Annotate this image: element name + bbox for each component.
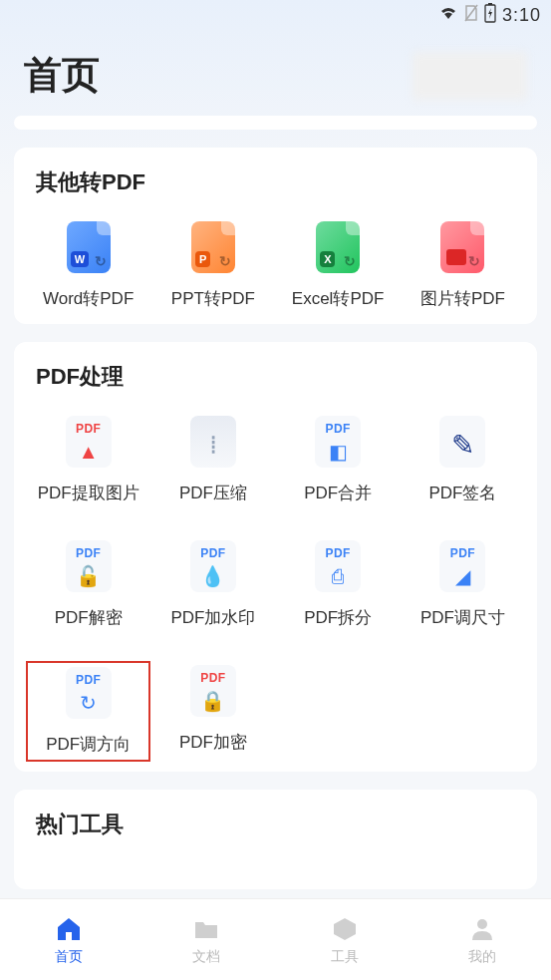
wifi-icon: [438, 5, 458, 26]
tool-label: PDF拆分: [304, 606, 372, 629]
svg-line-0: [465, 5, 477, 21]
tool-label: PDF调方向: [46, 733, 131, 756]
ppt-file-icon: P↻: [187, 221, 239, 273]
tool-label: Word转PDF: [43, 287, 134, 310]
tool-pdf-sign[interactable]: ✎ PDF签名: [401, 412, 525, 508]
tool-label: PDF解密: [55, 606, 123, 629]
tool-pdf-watermark[interactable]: PDF💧 PDF加水印: [150, 536, 275, 633]
nav-mine[interactable]: 我的: [413, 899, 551, 980]
tool-pdf-decrypt[interactable]: PDF🔓 PDF解密: [26, 536, 150, 633]
tool-pdf-resize[interactable]: PDF◢ PDF调尺寸: [401, 536, 525, 633]
folder-icon: [191, 914, 221, 944]
no-sim-icon: [464, 4, 478, 26]
pdf-resize-icon: PDF◢: [439, 540, 485, 592]
person-icon: [467, 914, 497, 944]
tool-pdf-extract-image[interactable]: PDF▲ PDF提取图片: [26, 412, 150, 508]
tool-label: PDF加密: [179, 731, 247, 754]
pdf-rotate-icon: PDF↻: [66, 667, 112, 719]
box-icon: [330, 914, 360, 944]
tool-label: PPT转PDF: [171, 287, 255, 310]
nav-label: 文档: [192, 948, 220, 966]
tool-pdf-encrypt[interactable]: PDF🔒 PDF加密: [150, 661, 275, 762]
tool-label: PDF签名: [428, 482, 496, 504]
pdf-decrypt-icon: PDF🔓: [66, 540, 112, 592]
image-file-icon: ↻: [436, 221, 488, 273]
nav-home[interactable]: 首页: [0, 899, 138, 980]
home-icon: [54, 914, 84, 944]
status-time: 3:10: [502, 5, 541, 26]
tool-label: PDF调尺寸: [420, 606, 505, 629]
tool-pdf-split[interactable]: PDF⎙ PDF拆分: [276, 536, 401, 633]
pdf-encrypt-icon: PDF🔒: [190, 665, 236, 717]
nav-label: 我的: [468, 948, 496, 966]
section-title: PDF处理: [26, 362, 525, 392]
pdf-sign-icon: ✎: [439, 416, 485, 468]
header-banner[interactable]: [413, 52, 527, 100]
nav-documents[interactable]: 文档: [138, 899, 275, 980]
tool-label: 图片转PDF: [420, 287, 505, 310]
section-convert-to-pdf: 其他转PDF W↻ Word转PDF P↻ PPT转PDF X↻ Excel转P…: [14, 148, 537, 324]
pdf-split-icon: PDF⎙: [315, 540, 361, 592]
section-title: 其他转PDF: [26, 167, 525, 197]
tool-excel-to-pdf[interactable]: X↻ Excel转PDF: [276, 217, 401, 314]
tool-pdf-rotate[interactable]: PDF↻ PDF调方向: [26, 661, 150, 762]
section-hot-tools: 热门工具: [14, 790, 537, 889]
tool-word-to-pdf[interactable]: W↻ Word转PDF: [26, 217, 150, 314]
excel-file-icon: X↻: [312, 221, 364, 273]
bottom-nav: 首页 文档 工具 我的: [0, 898, 551, 980]
tool-label: PDF提取图片: [38, 482, 139, 504]
tool-label: PDF合并: [304, 482, 372, 504]
main-scroll[interactable]: 其他转PDF W↻ Word转PDF P↻ PPT转PDF X↻ Excel转P…: [0, 116, 551, 943]
tool-label: PDF加水印: [170, 606, 255, 629]
nav-label: 工具: [331, 948, 359, 966]
svg-point-3: [477, 919, 487, 929]
section-title: 热门工具: [26, 810, 525, 839]
nav-tools[interactable]: 工具: [276, 899, 413, 980]
pdf-extract-image-icon: PDF▲: [66, 416, 112, 468]
page-title: 首页: [24, 50, 100, 101]
tool-pdf-merge[interactable]: PDF◧ PDF合并: [276, 412, 401, 508]
tool-image-to-pdf[interactable]: ↻ 图片转PDF: [401, 217, 525, 314]
nav-label: 首页: [55, 948, 83, 966]
battery-charging-icon: [484, 3, 496, 27]
section-pdf-process: PDF处理 PDF▲ PDF提取图片 ⁞ PDF压缩 PDF◧ PDF合并 ✎ …: [14, 342, 537, 772]
tool-label: Excel转PDF: [292, 287, 385, 310]
previous-card-stub: [14, 116, 537, 130]
page-header: 首页: [0, 30, 551, 116]
tool-ppt-to-pdf[interactable]: P↻ PPT转PDF: [150, 217, 275, 314]
pdf-merge-icon: PDF◧: [315, 416, 361, 468]
svg-rect-2: [488, 3, 492, 5]
tool-label: PDF压缩: [179, 482, 247, 504]
pdf-compress-icon: ⁞: [190, 416, 236, 468]
pdf-watermark-icon: PDF💧: [190, 540, 236, 592]
status-bar: 3:10: [0, 0, 551, 30]
word-file-icon: W↻: [63, 221, 115, 273]
tool-pdf-compress[interactable]: ⁞ PDF压缩: [150, 412, 275, 508]
